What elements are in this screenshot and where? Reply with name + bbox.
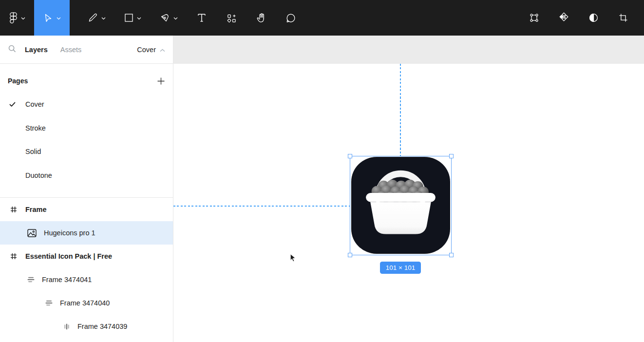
rectangle-icon	[124, 13, 133, 22]
component-tool-button[interactable]	[216, 0, 246, 36]
left-sidebar: Layers Assets Cover Pages Cover Stroke S…	[0, 36, 173, 342]
selection-handle-top-left[interactable]	[348, 154, 352, 158]
alignment-guide-horizontal	[173, 206, 350, 207]
half-circle-mask-icon	[588, 12, 599, 23]
selection-handle-top-right[interactable]	[449, 154, 454, 158]
comment-bubble-icon	[285, 13, 296, 23]
layer-row-frame-3474040[interactable]: Frame 3474040	[0, 291, 173, 315]
page-item-duotone[interactable]: Duotone	[0, 164, 173, 188]
pencil-icon	[88, 13, 98, 23]
edit-object-button[interactable]	[519, 0, 549, 36]
auto-layout-vertical-icon	[27, 276, 35, 284]
main-menu-button[interactable]	[0, 0, 34, 36]
layer-label: Frame 3474039	[77, 323, 127, 330]
text-tool-button[interactable]	[187, 0, 216, 36]
add-page-button[interactable]	[157, 77, 165, 85]
page-selector[interactable]: Cover	[137, 46, 165, 54]
tidy-variants-button[interactable]	[549, 0, 579, 36]
alignment-guide-vertical	[400, 64, 401, 156]
layer-label: Frame 3474040	[60, 299, 110, 307]
chevron-down-icon	[101, 17, 106, 20]
image-icon	[27, 228, 37, 238]
figma-logo-icon	[9, 12, 18, 24]
page-item-solid[interactable]: Solid	[0, 140, 173, 164]
toolbar	[0, 0, 644, 36]
layer-label: Frame 3474041	[42, 276, 92, 284]
bucket-app-icon[interactable]	[351, 157, 450, 254]
cursor-icon	[43, 13, 53, 23]
selection-size-badge: 101 × 101	[380, 262, 421, 274]
mask-button[interactable]	[579, 0, 608, 36]
move-tool-button[interactable]	[34, 0, 70, 36]
comment-tool-button[interactable]	[276, 0, 305, 36]
text-icon	[197, 13, 207, 23]
toolbar-right-group	[519, 0, 638, 36]
auto-layout-horizontal-icon	[63, 323, 71, 331]
chevron-down-icon	[137, 17, 141, 20]
page-item-label: Duotone	[25, 171, 52, 179]
selection-handle-bottom-left[interactable]	[348, 253, 352, 257]
canvas-background-band	[173, 36, 644, 64]
pages-header: Pages	[0, 69, 173, 93]
check-icon	[9, 102, 16, 107]
layer-row-frame-3474041[interactable]: Frame 3474041	[0, 268, 173, 291]
crop-button[interactable]	[608, 0, 638, 36]
component-plus-icon	[226, 13, 237, 23]
layer-row-frame-3474039[interactable]: Frame 3474039	[0, 315, 173, 338]
selection-handle-bottom-right[interactable]	[449, 253, 454, 257]
frame-hash-icon	[10, 252, 18, 260]
page-item-label: Solid	[25, 148, 41, 155]
layer-label: Hugeicons pro 1	[44, 229, 95, 237]
pencil-tool-button[interactable]	[78, 0, 114, 36]
hand-tool-button[interactable]	[246, 0, 276, 36]
edit-object-icon	[529, 12, 540, 23]
canvas-viewport[interactable]: 101 × 101	[173, 36, 644, 342]
layer-row-frame[interactable]: Frame	[0, 198, 173, 221]
layer-row-essential-icon-pack[interactable]: Essential Icon Pack | Free	[0, 245, 173, 268]
mouse-cursor-icon	[288, 253, 298, 266]
tab-assets[interactable]: Assets	[60, 46, 82, 54]
diamond-cluster-icon	[558, 12, 569, 23]
pages-title: Pages	[8, 77, 28, 85]
sidebar-divider	[0, 187, 173, 198]
sidebar-header: Layers Assets Cover	[0, 36, 173, 64]
layer-label: Frame	[25, 206, 47, 213]
pen-nib-icon	[159, 13, 170, 23]
pages-section: Pages Cover Stroke Solid Duotone	[0, 64, 173, 187]
chevron-down-icon	[57, 17, 61, 20]
page-item-label: Stroke	[25, 124, 46, 132]
selection-bounding-box[interactable]	[350, 156, 452, 255]
layer-label: Essential Icon Pack | Free	[25, 252, 112, 260]
hand-icon	[256, 12, 266, 23]
tab-layers[interactable]: Layers	[25, 46, 48, 54]
page-selector-value: Cover	[137, 46, 156, 54]
pen-tool-button[interactable]	[151, 0, 187, 36]
auto-layout-vertical-icon	[45, 299, 53, 307]
chevron-down-icon	[21, 17, 25, 20]
search-icon[interactable]	[8, 44, 17, 55]
page-item-stroke[interactable]: Stroke	[0, 116, 173, 140]
layer-row-hugeicons-pro-1[interactable]: Hugeicons pro 1	[0, 221, 173, 245]
page-item-label: Cover	[25, 100, 44, 108]
page-item-cover[interactable]: Cover	[0, 93, 173, 116]
frame-hash-icon	[10, 206, 18, 213]
shape-tool-button[interactable]	[114, 0, 151, 36]
crop-icon	[618, 12, 629, 23]
chevron-down-icon	[173, 17, 178, 20]
layers-panel: Frame Hugeicons pro 1 Essential Icon Pac…	[0, 198, 173, 338]
chevron-up-icon	[160, 46, 165, 54]
